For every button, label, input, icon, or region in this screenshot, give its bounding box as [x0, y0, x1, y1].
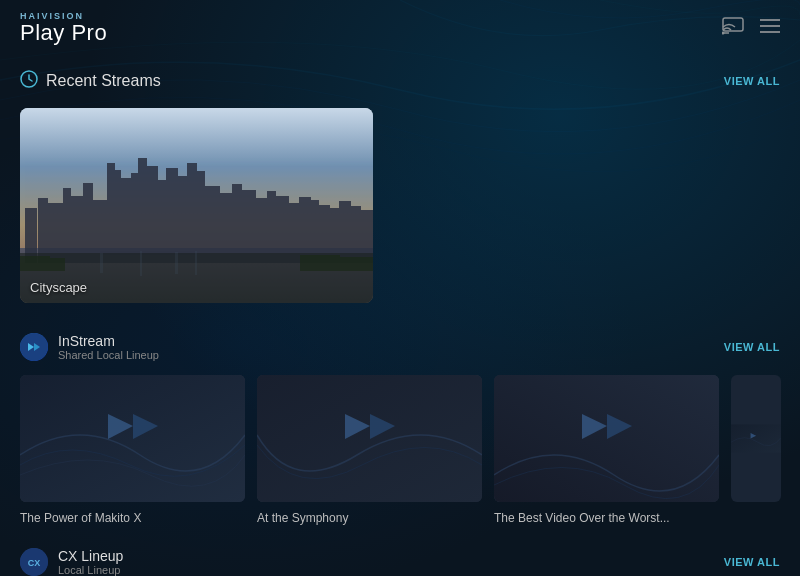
cx-lineup-section: CX CX Lineup Local Lineup VIEW ALL — [0, 542, 800, 576]
svg-rect-33 — [276, 196, 289, 263]
stream-card-1-thumb — [20, 375, 245, 502]
svg-rect-29 — [232, 184, 242, 263]
cityscape-image — [20, 108, 373, 303]
svg-rect-18 — [121, 178, 131, 263]
app-title: Play Pro — [20, 21, 107, 45]
svg-rect-16 — [107, 163, 115, 263]
stream-card-2-thumb — [257, 375, 482, 502]
instream-subtitle: Shared Local Lineup — [58, 349, 159, 361]
cityscape-label: Cityscape — [30, 280, 87, 295]
cx-lineup-view-all[interactable]: VIEW ALL — [724, 556, 780, 568]
svg-rect-49 — [175, 252, 178, 274]
stream-card-2-bg — [257, 375, 482, 502]
header: HAIVISION Play Pro — [0, 0, 800, 52]
svg-rect-24 — [178, 176, 187, 263]
cx-lineup-name: CX Lineup — [58, 548, 123, 564]
cx-lineup-text: CX Lineup Local Lineup — [58, 548, 123, 576]
instream-cards-row: The Power of Makito X — [0, 375, 800, 526]
instream-header: InStream Shared Local Lineup VIEW ALL — [0, 327, 800, 367]
svg-rect-46 — [340, 257, 373, 271]
svg-text:CX: CX — [28, 558, 41, 568]
svg-rect-52 — [20, 375, 245, 502]
stream-card-2[interactable]: At the Symphony — [257, 375, 482, 526]
menu-icon[interactable] — [760, 18, 780, 39]
svg-rect-26 — [197, 171, 205, 263]
svg-rect-12 — [63, 188, 71, 263]
svg-point-2 — [722, 31, 725, 34]
svg-rect-19 — [131, 173, 138, 263]
recent-streams-section-header: Recent Streams VIEW ALL — [0, 62, 800, 100]
cx-lineup-subtitle: Local Lineup — [58, 564, 123, 576]
svg-rect-22 — [158, 180, 166, 263]
svg-rect-28 — [220, 193, 232, 263]
cx-lineup-header: CX CX Lineup Local Lineup VIEW ALL — [0, 542, 800, 576]
header-icons — [722, 17, 780, 40]
svg-rect-21 — [147, 166, 158, 263]
cx-lineup-logo: CX — [20, 548, 48, 576]
svg-rect-30 — [242, 190, 256, 263]
cast-icon[interactable] — [722, 17, 744, 40]
instream-name: InStream — [58, 333, 159, 349]
logo-area: HAIVISION Play Pro — [20, 11, 107, 45]
svg-rect-14 — [83, 183, 93, 263]
recent-streams-label: Recent Streams — [46, 72, 161, 90]
instream-view-all[interactable]: VIEW ALL — [724, 341, 780, 353]
svg-rect-44 — [45, 258, 65, 271]
stream-card-3[interactable]: The Best Video Over the Worst... — [494, 375, 719, 526]
instream-text: InStream Shared Local Lineup — [58, 333, 159, 361]
stream-card-1[interactable]: The Power of Makito X — [20, 375, 245, 526]
cx-lineup-info: CX CX Lineup Local Lineup — [20, 548, 123, 576]
stream-card-4[interactable] — [731, 375, 781, 526]
stream-card-2-label: At the Symphony — [257, 511, 348, 525]
stream-card-1-bg — [20, 375, 245, 502]
svg-rect-32 — [267, 191, 276, 263]
stream-card-3-bg — [494, 375, 719, 502]
cityscape-card[interactable]: Cityscape — [20, 108, 373, 303]
recent-streams-icon — [20, 70, 38, 92]
svg-rect-48 — [140, 251, 142, 276]
svg-rect-25 — [187, 163, 197, 263]
main-content: Recent Streams VIEW ALL — [0, 52, 800, 576]
stream-card-4-thumb — [731, 375, 781, 502]
recent-streams-area: Cityscape — [0, 108, 800, 303]
svg-rect-23 — [166, 168, 178, 263]
svg-rect-54 — [494, 375, 719, 502]
stream-card-3-thumb — [494, 375, 719, 502]
stream-card-3-label: The Best Video Over the Worst... — [494, 511, 670, 525]
svg-rect-20 — [138, 158, 147, 263]
instream-section: InStream Shared Local Lineup VIEW ALL — [0, 327, 800, 526]
svg-rect-17 — [115, 170, 121, 263]
svg-rect-45 — [300, 255, 340, 271]
stream-card-1-label: The Power of Makito X — [20, 511, 141, 525]
svg-rect-50 — [195, 251, 197, 275]
svg-rect-13 — [71, 196, 83, 263]
recent-streams-title-group: Recent Streams — [20, 70, 161, 92]
svg-rect-47 — [100, 253, 103, 273]
instream-logo — [20, 333, 48, 361]
instream-info: InStream Shared Local Lineup — [20, 333, 159, 361]
svg-rect-27 — [205, 186, 220, 263]
recent-streams-view-all[interactable]: VIEW ALL — [724, 75, 780, 87]
